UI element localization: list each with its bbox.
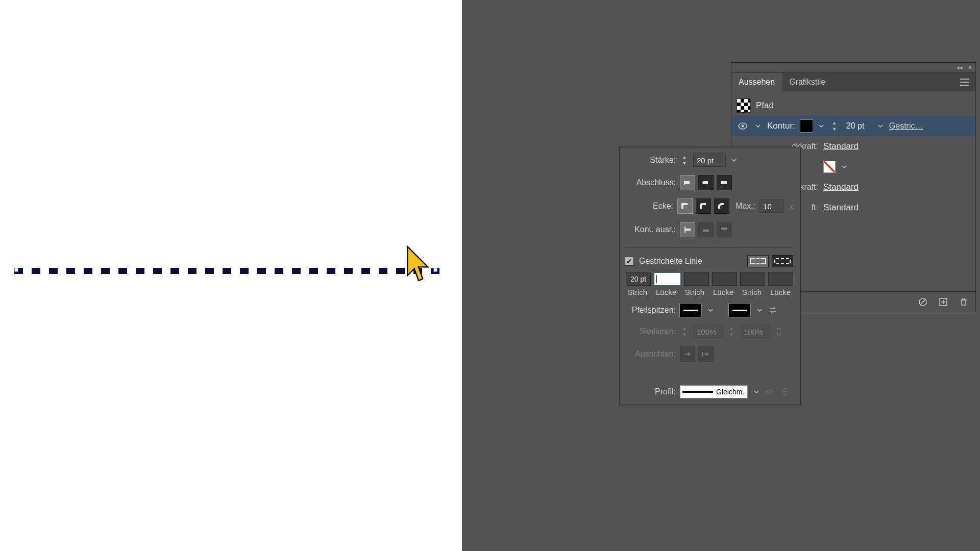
profile-dropdown[interactable]: Gleichm. [680,385,748,398]
stroke-color-swatch[interactable] [800,120,813,132]
fill-none-swatch[interactable] [823,161,836,173]
dash-2-field[interactable] [684,272,709,286]
link-scale-icon [774,327,784,337]
opacity-value[interactable]: Standard [823,203,859,213]
clear-appearance-icon[interactable] [917,296,928,308]
dashed-path[interactable] [14,267,438,275]
anchor-start-point[interactable] [14,268,18,272]
svg-line-2 [920,299,925,305]
gap-label: Lücke [710,288,736,296]
svg-rect-5 [684,181,685,185]
profile-label: Profil: [625,387,676,396]
corner-miter-button[interactable] [677,198,693,214]
dash-align-button[interactable] [772,255,793,267]
dash-3-field[interactable] [740,272,765,286]
arrowheads-label: Pfeilspitzen: [625,306,676,315]
align-stroke-inside-button [698,222,714,237]
mouse-cursor-icon [406,245,431,283]
profile-value: Gleichm. [715,388,747,396]
weight-field[interactable]: 20 pt [693,154,726,167]
dash-preserve-button[interactable] [747,255,769,267]
tab-appearance[interactable]: Aussehen [731,73,782,91]
delete-appearance-icon[interactable] [958,296,969,308]
disclosure-icon[interactable] [754,122,762,130]
svg-rect-13 [702,352,703,356]
svg-point-0 [742,125,744,128]
dashed-line-label: Gestrichelte Linie [639,257,702,266]
align-stroke-center-button[interactable] [680,222,695,237]
panel-collapse-icon[interactable]: ◂◂ [957,64,963,71]
scale-2-field: 100% [740,325,770,338]
tab-graphic-styles[interactable]: Grafikstile [782,73,832,91]
gap-label: Lücke [653,288,679,296]
dash-1-field[interactable]: 20 pt [626,272,651,286]
align-stroke-label: Kont. ausr.: [625,225,676,234]
stroke-weight-value[interactable]: 20 pt [844,121,872,131]
appearance-stroke-row[interactable]: Kontur: ▲▼ 20 pt Gestric… [731,116,975,136]
corner-bevel-button[interactable] [714,198,729,214]
weight-label: Stärke: [625,156,676,165]
svg-rect-12 [721,228,727,230]
weight-stepper[interactable]: ▲▼ [680,154,689,166]
opacity-value[interactable]: Standard [823,182,859,192]
miter-limit-x: x [790,202,794,211]
swap-arrowheads-icon[interactable] [768,305,778,315]
scale-1-field: 100% [693,325,723,338]
stroke-weight-stepper[interactable]: ▲▼ [830,120,839,132]
cap-square-button[interactable] [717,175,732,190]
dash-label: Strich [625,288,650,296]
arrow-extend-button [680,346,695,362]
stroke-flyout-panel: Stärke: ▲▼ 20 pt Abschluss: Ecke: Max.: … [619,147,801,405]
opacity-value[interactable]: Standard [823,141,859,152]
corner-round-button[interactable] [696,198,711,214]
artboard[interactable] [0,0,462,551]
swatch-dropdown-icon[interactable] [818,120,825,132]
cap-round-button[interactable] [698,175,714,190]
object-thumb-icon [737,98,751,113]
arrowhead-end-picker[interactable] [729,304,750,317]
appearance-object-type: Pfad [731,95,975,116]
chevron-down-icon[interactable] [841,161,848,173]
svg-point-7 [702,181,705,184]
cap-butt-button[interactable] [680,175,695,190]
panel-titlebar[interactable]: ◂◂ ✕ [731,63,975,73]
arrowhead-start-picker[interactable] [680,304,701,317]
flip-profile-h-icon [765,387,775,397]
anchor-end-point[interactable] [433,268,437,272]
panel-menu-icon[interactable] [957,73,972,91]
dashed-line-checkbox[interactable]: ✓ [625,257,634,266]
svg-rect-8 [721,181,727,184]
arrow-tip-button [698,346,714,362]
align-stroke-outside-button [717,222,732,237]
object-type-label: Pfad [756,101,774,111]
visibility-toggle-icon[interactable] [737,120,749,132]
scale-label: Skalieren: [625,327,676,336]
gap-2-field[interactable] [712,272,737,286]
dashed-link-label[interactable]: Gestric… [889,121,923,131]
miter-limit-field[interactable]: 10 [760,199,783,213]
panel-tabs: Aussehen Grafikstile [731,73,975,91]
arrowhead-start-dropdown-icon[interactable] [706,304,715,317]
dash-label: Strich [739,288,765,296]
svg-rect-11 [703,230,709,232]
arrowhead-end-dropdown-icon[interactable] [755,304,764,317]
chevron-down-icon[interactable] [877,120,884,132]
miter-limit-label: Max.: [736,202,755,211]
gap-1-field[interactable] [654,272,681,286]
scale-2-stepper: ▲▼ [727,325,736,338]
gap-3-field[interactable] [768,272,793,286]
gap-label: Lücke [768,288,793,296]
scale-1-stepper: ▲▼ [680,325,689,338]
panel-close-icon[interactable]: ✕ [968,64,972,71]
profile-dropdown-icon[interactable] [752,385,761,398]
appearance-stroke-label: Kontur: [767,121,795,131]
dash-label: Strich [682,288,707,296]
flip-profile-v-icon [779,387,790,397]
cap-label: Abschluss: [625,178,676,187]
svg-rect-10 [684,227,685,233]
corner-label: Ecke: [625,202,673,211]
weight-dropdown-icon[interactable] [730,154,738,167]
new-appearance-icon[interactable] [938,296,949,308]
profile-preview-icon [682,391,713,393]
svg-rect-4 [684,181,690,184]
